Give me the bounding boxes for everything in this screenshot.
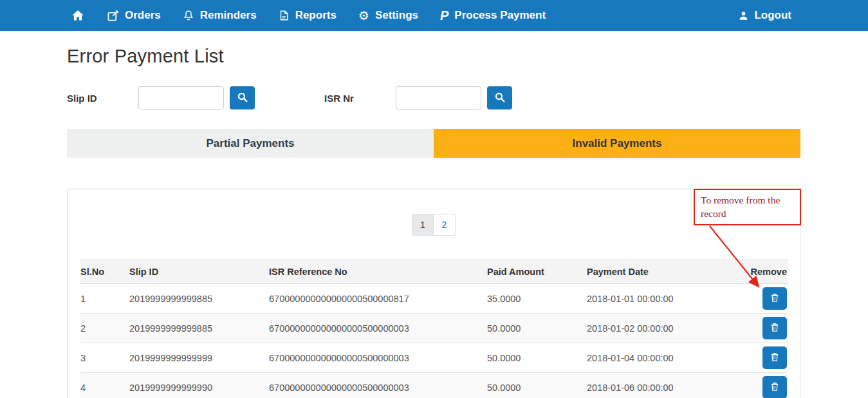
isr-nr-label: ISR Nr [324, 86, 354, 109]
nav-item-label: Orders [125, 9, 161, 22]
edit-icon [107, 10, 119, 22]
nav-item-label: Process Payment [454, 9, 546, 22]
header-payment-date: Payment Date [587, 260, 708, 284]
cell-payment-date: 2018-01-01 00:00:00 [587, 284, 708, 314]
table-row: 3 2019999999999999 670000000000000000500… [80, 343, 788, 373]
search-row: Slip ID ISR Nr [67, 86, 800, 109]
cell-sl-no: 4 [80, 373, 129, 398]
gear-icon: ⚙ [358, 10, 369, 22]
table-body: 1 2019999999999885 670000000000000000500… [80, 284, 788, 398]
isr-nr-search-button[interactable] [487, 86, 512, 109]
cell-remove [708, 284, 788, 314]
cell-sl-no: 1 [80, 284, 129, 314]
cell-remove [708, 314, 788, 343]
search-icon [237, 91, 248, 105]
cell-payment-date: 2018-01-06 00:00:00 [587, 373, 708, 398]
cell-sl-no: 2 [80, 314, 129, 343]
cell-payment-date: 2018-01-04 00:00:00 [587, 343, 708, 373]
trash-icon [770, 322, 780, 335]
user-icon [739, 10, 748, 21]
header-isr-reference-no: ISR Reference No [269, 260, 487, 284]
header-paid-amount: Paid Amount [487, 260, 587, 284]
remove-button[interactable] [762, 346, 787, 369]
trash-icon [770, 352, 780, 365]
isr-nr-input[interactable] [396, 86, 481, 109]
nav-item-home[interactable] [71, 9, 85, 22]
table-row: 2 2019999999999885 670000000000000000500… [80, 314, 788, 343]
main-content: Error Payment List Slip ID ISR Nr [67, 46, 800, 398]
nav-item-label: Reports [295, 9, 337, 22]
payment-tabs: Partial Payments Invalid Payments [67, 129, 800, 158]
nav-item-label: Settings [375, 9, 418, 22]
remove-button[interactable] [762, 376, 787, 398]
cell-slip-id: 2019999999999999 [129, 343, 269, 373]
nav-item-process-payment[interactable]: P Process Payment [440, 9, 546, 22]
cell-slip-id: 2019999999999885 [129, 314, 269, 343]
annotation-callout: To remove from the record [694, 189, 801, 225]
pagination: 1 2 [80, 214, 787, 236]
remove-button[interactable] [762, 317, 787, 339]
paypal-icon: P [440, 9, 448, 22]
cell-isr-reference-no: 670000000000000000500000817 [269, 284, 487, 314]
logout-button[interactable]: Logout [739, 9, 791, 22]
table-header-row: Sl.No Slip ID ISR Reference No Paid Amou… [80, 260, 788, 284]
page-link-2[interactable]: 2 [434, 214, 456, 236]
cell-isr-reference-no: 670000000000000000500000003 [269, 343, 487, 373]
cell-paid-amount: 50.0000 [487, 343, 587, 373]
nav-item-settings[interactable]: ⚙ Settings [358, 9, 418, 22]
tab-content-panel: 1 2 Sl.No Slip ID ISR Reference No Paid … [67, 189, 800, 398]
bell-icon [183, 9, 194, 22]
file-pdf-icon [279, 9, 290, 22]
nav-item-reminders[interactable]: Reminders [183, 9, 257, 22]
cell-paid-amount: 50.0000 [487, 314, 587, 343]
nav-item-label: Reminders [200, 9, 257, 22]
logout-label: Logout [754, 9, 791, 22]
cell-isr-reference-no: 670000000000000000500000003 [269, 314, 487, 343]
table-row: 1 2019999999999885 670000000000000000500… [80, 284, 788, 314]
cell-slip-id: 2019999999999885 [129, 284, 269, 314]
cell-paid-amount: 35.0000 [487, 284, 587, 314]
cell-payment-date: 2018-01-02 00:00:00 [587, 314, 708, 343]
table-row: 4 2019999999999990 670000000000000000500… [80, 373, 788, 398]
nav-item-reports[interactable]: Reports [279, 9, 337, 22]
cell-remove [708, 373, 788, 398]
cell-isr-reference-no: 670000000000000000500000003 [269, 373, 487, 398]
cell-sl-no: 3 [80, 343, 129, 373]
trash-icon [770, 292, 780, 305]
tab-invalid-payments[interactable]: Invalid Payments [434, 129, 800, 158]
page-link-1[interactable]: 1 [412, 214, 434, 236]
header-slip-id: Slip ID [129, 260, 269, 284]
cell-remove [708, 343, 788, 373]
slip-id-label: Slip ID [67, 86, 97, 109]
top-navbar: Orders Reminders Reports ⚙ [0, 0, 868, 31]
slip-id-input[interactable] [138, 86, 224, 109]
tab-partial-payments[interactable]: Partial Payments [67, 129, 434, 158]
error-payments-table: Sl.No Slip ID ISR Reference No Paid Amou… [80, 260, 788, 398]
nav-item-orders[interactable]: Orders [107, 9, 161, 22]
search-icon [494, 91, 506, 105]
cell-slip-id: 2019999999999990 [129, 373, 269, 398]
slip-id-search-button[interactable] [230, 86, 255, 109]
home-icon [71, 9, 85, 22]
trash-icon [770, 381, 780, 394]
page-title: Error Payment List [67, 46, 800, 67]
header-sl-no: Sl.No [80, 260, 129, 284]
nav-items: Orders Reminders Reports ⚙ [71, 9, 546, 22]
cell-paid-amount: 50.0000 [487, 373, 587, 398]
header-remove: Remove [708, 260, 788, 284]
remove-button[interactable] [762, 287, 787, 310]
